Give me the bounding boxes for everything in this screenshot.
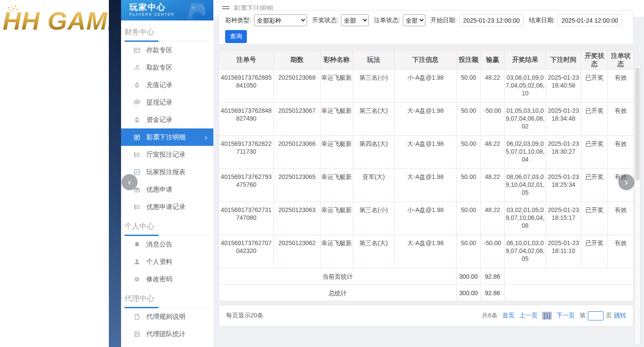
lottery-type-select[interactable]: 全部彩种 — [254, 14, 307, 26]
table-cell: 50.00 — [457, 103, 481, 136]
table-cell: 亚军(大) — [353, 169, 394, 202]
expand-right-arrow-button[interactable]: › — [618, 174, 634, 190]
table-cell: 已开奖 — [581, 136, 608, 169]
table-cell: 已开奖 — [581, 70, 608, 103]
jump-page-input[interactable] — [588, 311, 604, 320]
start-date-input[interactable] — [459, 14, 524, 26]
scrollbar-thumb[interactable] — [635, 67, 640, 181]
sidebar-item-label: 充值记录 — [146, 81, 172, 89]
deposit-icon — [133, 47, 141, 54]
table-header-cell: 下注时间 — [546, 51, 581, 70]
app-window: HH GAME 玩家中心 PLAYERS CENTER 财务中心存款专区取款专区… — [0, 0, 644, 347]
collapse-left-arrow-button[interactable]: ‹ — [121, 174, 138, 190]
table-cell: 已开奖 — [581, 202, 608, 235]
table-cell: 幸运飞艇新 — [320, 235, 353, 268]
table-cell: 48.22 — [481, 169, 505, 202]
table-cell: 2025-01-23 18:40:58 — [546, 70, 581, 103]
sidebar-item[interactable]: 充值记录 — [121, 76, 213, 94]
table-cell: 06,10,01,03,09,07,04,02,08,05 — [505, 235, 546, 268]
doc-icon — [133, 313, 141, 320]
table-row: 40156917376288584105020250123068幸运飞艇新第三名… — [219, 70, 634, 103]
bet-status-select[interactable]: 全部 — [403, 14, 425, 26]
sidebar-item[interactable]: 提现记录 — [121, 94, 213, 111]
sidebar-item[interactable]: 个人资料 — [121, 253, 213, 270]
sidebar-item-label: 消息公告 — [146, 240, 172, 249]
current-page-indicator: [1] — [542, 312, 552, 320]
table-cell: 第三名(小) — [353, 202, 394, 235]
sidebar-section-title: 代理中心 — [125, 293, 209, 308]
table-cell: 第三名(小) — [353, 70, 394, 103]
summary-row: 当前页统计300.0092.86 — [219, 268, 634, 285]
prev-page-link[interactable]: 上一页 — [519, 312, 537, 320]
table-header-cell: 玩法 — [353, 51, 394, 70]
bet-detail-icon — [133, 134, 141, 141]
sidebar-item-label: 取款专区 — [146, 64, 172, 72]
vertical-scrollbar[interactable] — [634, 65, 641, 344]
start-date-label: 开始日期: — [431, 17, 457, 24]
table-header-cell: 期数 — [274, 51, 320, 70]
sidebar-item[interactable]: 取款专区 — [121, 59, 213, 76]
sidebar-item[interactable]: 厅室投注记录 — [121, 146, 213, 163]
table-cell: 大-A盘@1.98 — [394, 103, 457, 136]
table-header-cell: 注单状态 — [608, 51, 634, 70]
table-cell: 2025-01-23 18:11:10 — [546, 235, 581, 268]
table-header-cell: 开奖状态 — [581, 51, 608, 70]
end-date-label: 结束日期: — [529, 17, 555, 24]
summary-label: 总统计 — [219, 285, 457, 301]
table-cell: -50.00 — [481, 103, 505, 136]
summary-label: 当前页统计 — [219, 268, 457, 285]
sidebar-item[interactable]: 修改密码 — [121, 270, 213, 288]
table-row: 40156917376270704232020250123062幸运飞艇新第三名… — [219, 235, 634, 268]
sidebar-item[interactable]: 彩票下注明细› — [121, 128, 213, 146]
sidebar-item-label: 个人资料 — [146, 258, 172, 266]
sidebar-item[interactable]: 资金记录 — [121, 111, 213, 128]
search-button[interactable]: 查询 — [225, 30, 247, 43]
hall-record-icon — [133, 151, 141, 158]
logo-panel: HH GAME — [0, 0, 109, 347]
table-cell: 2025-01-23 18:25:34 — [546, 169, 581, 202]
sidebar-item[interactable]: 消息公告 — [121, 236, 213, 253]
sidebar-item[interactable]: 代理规则说明 — [121, 308, 213, 325]
table-cell: 第三名(大) — [353, 103, 394, 136]
table-row: 40156917376273174708020250123063幸运飞艇新第三名… — [219, 202, 634, 235]
sidebar-item-label: 代理团队统计 — [146, 330, 185, 338]
table-cell: 20250123062 — [274, 235, 320, 268]
background-strip — [109, 0, 121, 347]
table-cell: 幸运飞艇新 — [320, 70, 353, 103]
sidebar-item-label: 代理规则说明 — [146, 313, 185, 321]
sidebar-item-label: 玩家投注报表 — [146, 168, 185, 176]
table-cell: 06,02,03,09,05,07,01,10,08,04 — [505, 136, 546, 169]
table-cell: 50.00 — [457, 70, 481, 103]
table-cell: 50.00 — [457, 202, 481, 235]
table-cell: 幸运飞艇新 — [320, 136, 353, 169]
table-cell: 2025-01-23 18:30:27 — [546, 136, 581, 169]
table-cell: 有效 — [608, 103, 634, 136]
draw-status-select[interactable]: 全部 — [341, 14, 369, 26]
summary-empty-cell — [505, 285, 634, 301]
sidebar-item-label: 存款专区 — [146, 46, 172, 54]
stats-icon — [133, 330, 141, 338]
summary-bet-total: 300.00 — [457, 268, 481, 285]
table-cell: 50.00 — [457, 169, 481, 202]
table-cell: 第三名(大) — [353, 235, 394, 268]
table-cell: 有效 — [608, 136, 634, 169]
table-cell: -50.00 — [481, 235, 505, 268]
table-cell: 48.22 — [481, 70, 505, 103]
first-page-link[interactable]: 首页 — [502, 312, 514, 320]
jump-action-link[interactable]: 跳转 — [614, 312, 626, 320]
sidebar-item[interactable]: 代理团队统计 — [121, 325, 213, 343]
summary-row: 总统计300.0092.86 — [219, 285, 634, 301]
summary-win-loss: 92.86 — [481, 268, 505, 285]
table-cell: 401569173762793475760 — [219, 169, 274, 202]
brand-logo: HH GAME — [3, 6, 109, 35]
page-size-text: 每页显示20条 — [226, 312, 263, 320]
sidebar-item[interactable]: 优惠申请记录 — [121, 198, 213, 216]
end-date-input[interactable] — [557, 14, 622, 26]
gear-icon — [133, 276, 141, 283]
pagination-bar: 每页显示20条 共6条 首页 上一页 [1] 下一页 第 页 跳转 — [219, 305, 634, 327]
withdrawal-record-icon — [133, 99, 141, 106]
next-page-link[interactable]: 下一页 — [556, 312, 575, 320]
sidebar-item[interactable]: 存款专区 — [121, 41, 213, 59]
sidebar-section-title: 个人中心 — [125, 221, 209, 236]
table-cell: 401569173762885841050 — [219, 70, 274, 103]
